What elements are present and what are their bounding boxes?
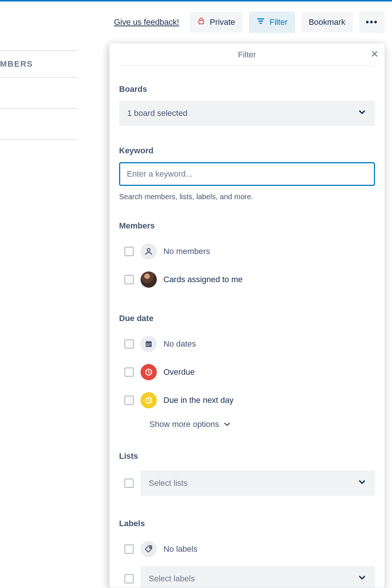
labels-row: Select labels xyxy=(119,563,375,588)
labels-section-label: Labels xyxy=(119,519,375,528)
checkbox[interactable] xyxy=(124,247,134,256)
svg-rect-0 xyxy=(199,20,204,24)
lists-select[interactable]: Select lists xyxy=(141,471,375,496)
svg-point-4 xyxy=(147,248,150,251)
checkbox[interactable] xyxy=(124,574,134,584)
checkbox[interactable] xyxy=(124,367,134,377)
popover-title: Filter xyxy=(238,50,256,59)
person-icon xyxy=(141,243,157,260)
left-panel: MBERS xyxy=(0,50,77,140)
due-option-none[interactable]: No dates xyxy=(119,330,375,358)
filter-icon xyxy=(256,17,265,28)
svg-rect-11 xyxy=(148,345,149,346)
svg-rect-12 xyxy=(147,341,148,342)
boards-select[interactable]: 1 board selected xyxy=(119,101,375,126)
due-none-label: No dates xyxy=(163,339,196,349)
top-accent-bar xyxy=(0,0,392,1)
checkbox[interactable] xyxy=(124,544,134,554)
left-row[interactable] xyxy=(0,109,77,140)
avatar xyxy=(141,271,157,288)
member-option-me[interactable]: Cards assigned to me xyxy=(119,265,375,294)
member-none-label: No members xyxy=(163,247,210,256)
due-option-nextday[interactable]: Due in the next day xyxy=(119,386,375,414)
boards-selected-value: 1 board selected xyxy=(127,108,187,118)
boards-section-label: Boards xyxy=(119,84,375,94)
svg-rect-8 xyxy=(148,344,149,344)
svg-rect-7 xyxy=(146,344,148,344)
divider xyxy=(119,66,375,66)
keyword-input[interactable] xyxy=(119,162,375,186)
member-option-none[interactable]: No members xyxy=(119,237,375,265)
due-overdue-label: Overdue xyxy=(163,367,195,377)
feedback-link[interactable]: Give us feedback! xyxy=(114,17,179,27)
due-option-overdue[interactable]: Overdue xyxy=(119,358,375,386)
keyword-section-label: Keyword xyxy=(119,146,375,156)
svg-rect-10 xyxy=(146,345,148,346)
checkbox[interactable] xyxy=(124,395,134,405)
svg-rect-9 xyxy=(150,344,151,344)
clock-icon xyxy=(141,392,157,408)
filter-label: Filter xyxy=(270,17,288,27)
bookmark-label: Bookmark xyxy=(309,17,345,27)
lock-icon xyxy=(197,17,205,27)
labels-select-label: Select labels xyxy=(149,574,195,584)
chevron-down-icon xyxy=(357,477,367,489)
svg-rect-6 xyxy=(146,343,152,347)
checkbox[interactable] xyxy=(124,339,134,349)
close-icon[interactable]: ✕ xyxy=(371,49,379,60)
calendar-icon xyxy=(141,336,157,352)
clock-icon xyxy=(141,364,157,380)
board-toolbar: Give us feedback! Private Filter Bookmar… xyxy=(114,11,385,33)
svg-rect-13 xyxy=(150,341,151,342)
filter-button[interactable]: Filter xyxy=(249,11,295,33)
private-label: Private xyxy=(210,17,235,27)
members-section-label: Members xyxy=(119,221,375,231)
left-row[interactable] xyxy=(0,78,77,109)
lists-select-label: Select lists xyxy=(149,478,187,488)
chevron-down-icon xyxy=(357,107,367,119)
labels-option-none[interactable]: No labels xyxy=(119,535,375,563)
keyword-help-text: Search members, lists, labels, and more. xyxy=(119,193,375,201)
filter-popover: Filter ✕ Boards 1 board selected Keyword… xyxy=(109,43,385,588)
checkbox[interactable] xyxy=(124,478,134,488)
tag-icon xyxy=(141,541,157,557)
due-show-more[interactable]: Show more options xyxy=(119,414,375,431)
show-more-label: Show more options xyxy=(149,420,219,429)
lists-row: Select lists xyxy=(119,468,375,499)
chevron-down-icon xyxy=(223,420,232,429)
bookmark-button[interactable]: Bookmark xyxy=(301,12,353,32)
dots-icon: ••• xyxy=(366,16,378,28)
left-panel-header: MBERS xyxy=(0,51,77,78)
svg-point-16 xyxy=(149,547,151,548)
chevron-down-icon xyxy=(357,573,367,585)
labels-none-label: No labels xyxy=(163,544,197,554)
popover-header: Filter ✕ xyxy=(109,43,385,66)
more-button[interactable]: ••• xyxy=(359,11,385,33)
due-nextday-label: Due in the next day xyxy=(163,395,234,405)
due-section-label: Due date xyxy=(119,314,375,323)
checkbox[interactable] xyxy=(124,275,134,284)
lists-section-label: Lists xyxy=(119,451,375,461)
labels-select[interactable]: Select labels xyxy=(141,566,375,588)
member-me-label: Cards assigned to me xyxy=(163,275,243,284)
private-button[interactable]: Private xyxy=(190,12,242,33)
